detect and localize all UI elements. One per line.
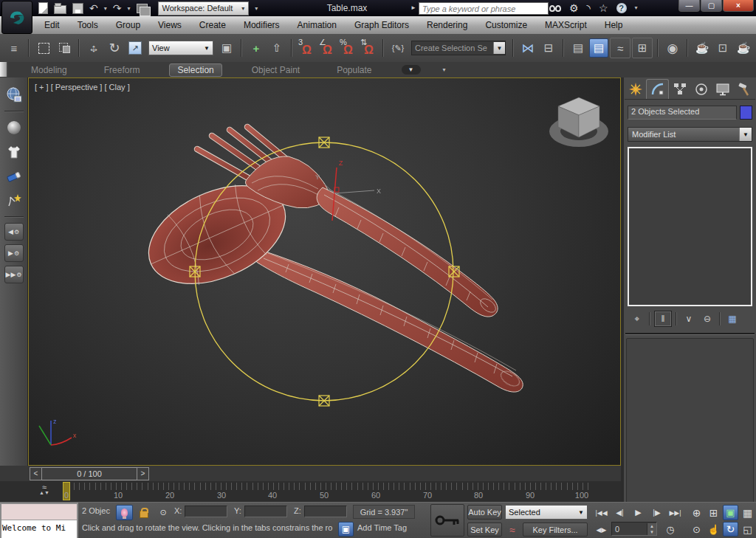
tab-modify[interactable] (646, 79, 669, 99)
use-pivot-point-center-button[interactable]: ▣ (217, 38, 236, 58)
ribbon-drag-handle[interactable] (0, 62, 8, 77)
tab-hierarchy[interactable] (669, 79, 690, 99)
go-to-end-button[interactable]: ▶▶| (667, 505, 684, 520)
zoom-all-button[interactable]: ⊞ (706, 505, 721, 520)
tab-modeling[interactable]: Modeling (24, 64, 75, 76)
sphere-material-icon[interactable] (4, 117, 24, 138)
material-editor-button[interactable]: ◉ (663, 38, 682, 58)
set-keys-button[interactable] (430, 504, 464, 537)
selection-lock-toggle[interactable] (137, 505, 151, 520)
ribbon-minimize-button[interactable]: ▼ (402, 65, 421, 75)
tab-motion[interactable] (691, 79, 712, 99)
tab-selection[interactable]: Selection (169, 63, 221, 77)
new-file-icon[interactable] (38, 2, 48, 14)
communication-center-icon[interactable]: ◝ (587, 3, 591, 13)
x-coordinate-field[interactable] (185, 506, 227, 517)
menu-create[interactable]: Create (190, 20, 235, 30)
z-coordinate-field[interactable] (304, 506, 347, 517)
tab-create[interactable] (625, 79, 646, 99)
zoom-extents-all-button[interactable]: ▦ (740, 505, 755, 520)
previous-frame-button[interactable]: ◀| (611, 505, 628, 520)
viewport-label[interactable]: [ + ] [ Perspective ] [ Clay ] (35, 83, 130, 92)
key-filters-button[interactable]: Key Filters... (523, 523, 588, 537)
time-configuration-button[interactable]: ◷ (662, 522, 679, 537)
eraser-icon[interactable] (4, 166, 24, 187)
select-and-rotate-button[interactable]: ↻ (105, 38, 124, 58)
set-key-button[interactable]: Set Key (467, 523, 502, 537)
redo-icon[interactable]: ↷ (113, 3, 122, 13)
tab-object-paint[interactable]: Object Paint (244, 64, 307, 76)
undo-icon[interactable]: ↶ (89, 3, 98, 13)
scene-explorer-toggle[interactable]: ▤ (589, 38, 608, 58)
select-and-move-button[interactable]: ↔↕ (84, 38, 103, 58)
view-cube[interactable] (549, 97, 608, 147)
make-unique-button[interactable]: ∨ (681, 311, 697, 326)
pan-view-button[interactable]: ☝ (706, 522, 721, 537)
character-star-icon[interactable] (4, 190, 24, 211)
default-in-out-tangents-button[interactable]: ≈ (505, 523, 520, 537)
configure-modifier-sets-button[interactable]: ▦ (724, 311, 740, 326)
maxscript-mini-listener[interactable]: Welcome to Mi (0, 503, 78, 538)
percent-snap-toggle-button[interactable]: %Ω (338, 38, 357, 58)
help-icon[interactable]: ? (616, 3, 627, 13)
subscription-key-icon[interactable]: ⚙ (569, 3, 579, 13)
select-and-manipulate-button[interactable]: + (247, 38, 266, 58)
cloth-shirt-icon[interactable] (4, 142, 24, 162)
tab-freeform[interactable]: Freeform (97, 64, 148, 76)
modifier-list-dropdown[interactable]: Modifier List ▼ (628, 127, 752, 142)
menu-group[interactable]: Group (107, 20, 149, 30)
curve-editor-button[interactable]: ≈ (610, 38, 630, 58)
zoom-extents-selected-button[interactable]: ▣ (723, 505, 738, 520)
next-frame-button[interactable]: |▶ (648, 505, 665, 520)
search-icon[interactable] (549, 4, 561, 13)
object-name-field[interactable]: 2 Objects Selected (628, 106, 737, 120)
spinner-snap-toggle-button[interactable]: ⇅Ω (359, 38, 378, 58)
angle-snap-toggle-button[interactable]: ∠Ω (317, 38, 337, 58)
tab-display[interactable] (712, 79, 734, 99)
undo-history-arrow[interactable]: ▾ (104, 5, 107, 12)
window-crossing-toggle[interactable] (55, 38, 74, 58)
zoom-button[interactable]: ⊕ (689, 505, 704, 520)
select-by-name-button[interactable]: ≡ (4, 38, 24, 58)
current-frame-field[interactable]: 0 ▲▼ (611, 522, 657, 536)
previous-frame-arrow[interactable]: < (30, 467, 42, 480)
close-button[interactable]: × (723, 0, 754, 12)
isolate-selection-toggle[interactable] (116, 505, 133, 520)
select-and-scale-button[interactable]: ↗ (126, 38, 145, 58)
rendered-frame-window-button[interactable]: ⊡ (713, 38, 732, 58)
keyboard-shortcut-override-button[interactable]: ⇧ (267, 38, 286, 58)
absolute-mode-transform-toggle[interactable]: ⊙ (155, 505, 171, 520)
tab-utilities[interactable] (734, 79, 755, 99)
edit-named-selection-sets-button[interactable]: {✎} (388, 38, 408, 58)
menu-graph-editors[interactable]: Graph Editors (346, 20, 418, 30)
y-coordinate-field[interactable] (244, 506, 287, 517)
restore-button[interactable]: ▢ (701, 0, 722, 12)
go-to-start-button[interactable]: |◀◀ (593, 505, 610, 520)
project-folder-icon[interactable] (137, 4, 148, 13)
menu-animation[interactable]: Animation (289, 20, 346, 30)
mirror-button[interactable]: ⋈ (518, 38, 537, 58)
menu-help[interactable]: Help (596, 20, 632, 30)
pin-stack-button[interactable]: ⌖ (629, 311, 645, 326)
redo-history-arrow[interactable]: ▾ (127, 5, 130, 12)
show-end-result-button[interactable]: ‖ (654, 311, 672, 327)
add-time-tag[interactable]: Add Time Tag (357, 523, 407, 532)
object-color-swatch[interactable] (740, 106, 752, 120)
rectangular-selection-region-button[interactable] (34, 38, 53, 58)
layer-manager-button[interactable]: ▤ (568, 38, 588, 58)
ribbon-options-arrow[interactable]: ▾ (443, 66, 446, 73)
open-mini-curve-editor-button[interactable]: ≈▲▼ (34, 484, 55, 497)
modifier-stack-list[interactable] (628, 147, 752, 306)
menu-modifiers[interactable]: Modifiers (235, 20, 289, 30)
simulate-rewind-button[interactable]: ◀⚙ (4, 223, 24, 241)
align-button[interactable]: ⊟ (539, 38, 558, 58)
save-file-icon[interactable] (72, 3, 83, 14)
menu-tools[interactable]: Tools (69, 20, 107, 30)
render-setup-button[interactable]: ☕ (693, 38, 712, 58)
infocenter-collapse-arrow[interactable]: ► (410, 4, 416, 11)
simulate-step-button[interactable]: ▶▶⚙ (4, 266, 24, 283)
remove-modifier-button[interactable]: ⊖ (699, 311, 715, 326)
search-input[interactable] (419, 2, 549, 15)
menu-customize[interactable]: Customize (476, 20, 536, 30)
time-slider-handle[interactable]: 0 / 100 (42, 467, 137, 480)
